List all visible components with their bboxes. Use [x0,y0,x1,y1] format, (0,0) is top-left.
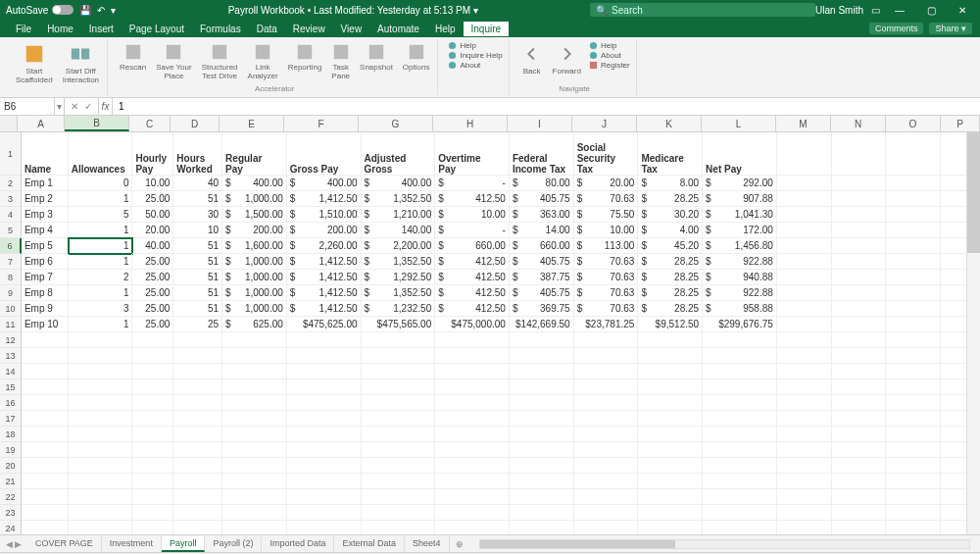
cell[interactable]: $660.00 [435,238,510,254]
cell[interactable] [832,254,887,270]
cell[interactable]: $1,510.00 [287,207,362,223]
cell[interactable]: 51 [173,238,222,254]
cell[interactable]: $412.50 [435,270,510,285]
cell[interactable] [832,223,887,238]
ribbon-task[interactable]: Task Pane [329,41,352,82]
formula-input[interactable] [113,101,980,112]
cell[interactable] [510,442,574,458]
cell[interactable] [574,474,639,489]
cell[interactable]: $405.75 [510,191,574,207]
cell[interactable]: $1,000.00 [222,285,287,301]
cell[interactable] [287,364,362,379]
cell[interactable]: $28.25 [638,270,703,285]
header-cell[interactable]: Medicare Tax [638,132,703,176]
cell[interactable] [703,411,777,427]
column-header[interactable]: E [220,116,284,131]
cell[interactable] [222,395,287,411]
cell[interactable] [886,332,941,348]
header-cell[interactable]: Hourly Pay [132,132,173,176]
cell[interactable] [886,364,941,379]
header-cell[interactable]: Federal Income Tax [510,132,574,176]
vertical-scrollbar[interactable] [966,132,980,534]
row-header[interactable]: 9 [0,285,22,301]
cell[interactable]: 1 [69,191,133,207]
cell[interactable] [287,489,362,505]
row-header[interactable]: 22 [0,489,22,505]
cell[interactable] [574,395,639,411]
cell[interactable]: 1 [69,317,133,332]
cell[interactable]: $- [435,176,510,191]
cell[interactable] [777,207,832,223]
cell[interactable] [638,489,703,505]
cell[interactable] [574,505,639,521]
cell[interactable]: $1,000.00 [222,191,287,207]
cell[interactable] [287,521,362,534]
menu-tab-inquire[interactable]: Inquire [464,22,510,36]
forward-button[interactable]: Forward [551,41,583,77]
cell[interactable] [886,191,941,207]
cell[interactable] [886,254,941,270]
cell[interactable] [777,270,832,285]
row-header[interactable]: 18 [0,427,22,442]
cell[interactable]: $172.00 [703,223,777,238]
save-icon[interactable]: 💾 [79,5,91,16]
cell[interactable] [173,348,222,364]
cell[interactable] [703,379,777,395]
cell[interactable] [435,348,510,364]
cell[interactable] [222,458,287,474]
cell[interactable]: $28.25 [638,301,703,317]
cell[interactable]: $400.00 [222,176,287,191]
cell[interactable]: 1 [69,223,133,238]
cell[interactable]: $70.63 [574,285,639,301]
cell[interactable] [362,379,436,395]
cell[interactable] [287,442,362,458]
cell[interactable] [362,332,436,348]
cell[interactable]: $1,412.50 [287,254,362,270]
header-cell[interactable] [886,132,941,176]
cell[interactable]: $369.75 [510,301,574,317]
cell[interactable] [574,427,639,442]
cell[interactable] [777,395,832,411]
cell[interactable] [777,411,832,427]
cell[interactable]: 2 [69,270,133,285]
cell[interactable] [777,348,832,364]
cell[interactable] [510,521,574,534]
cell[interactable] [287,427,362,442]
maximize-button[interactable]: ▢ [919,5,943,16]
cell[interactable] [435,442,510,458]
cell[interactable] [287,505,362,521]
cell[interactable] [886,317,941,332]
cell[interactable]: 20.00 [132,223,173,238]
cell[interactable] [69,379,133,395]
user-name[interactable]: Ulan Smith [815,5,863,16]
cell[interactable]: $1,210.00 [362,207,436,223]
cell[interactable]: $475,625.00 [287,317,362,332]
cell[interactable]: 0 [69,176,133,191]
start-scaffolded-button[interactable]: Start Scaffolded [14,41,55,86]
cell[interactable]: $387.75 [510,270,574,285]
cell[interactable] [222,348,287,364]
cell[interactable] [435,332,510,348]
cell[interactable]: 51 [173,254,222,270]
cell[interactable] [777,285,832,301]
cell[interactable]: $30.20 [638,207,703,223]
sheet-tab[interactable]: Investment [102,536,162,552]
ribbon-link[interactable]: Link Analyzer [246,41,280,82]
cell[interactable] [832,411,887,427]
cell[interactable] [362,364,436,379]
cell[interactable] [22,348,69,364]
cell[interactable]: $8.00 [638,176,703,191]
cell[interactable] [832,364,887,379]
cell[interactable]: Emp 4 [22,223,69,238]
cell[interactable] [22,364,69,379]
sheet-tab[interactable]: Imported Data [262,536,334,552]
column-header[interactable]: I [508,116,572,131]
cell[interactable] [638,521,703,534]
cell[interactable]: 40 [173,176,222,191]
menu-tab-file[interactable]: File [8,22,39,36]
cell[interactable] [832,285,887,301]
cell[interactable]: 10.00 [132,176,173,191]
start-diff-button[interactable]: Start Diff Interaction [61,41,101,86]
menu-tab-help[interactable]: Help [427,22,464,36]
ribbon-rescan[interactable]: Rescan [118,41,148,74]
